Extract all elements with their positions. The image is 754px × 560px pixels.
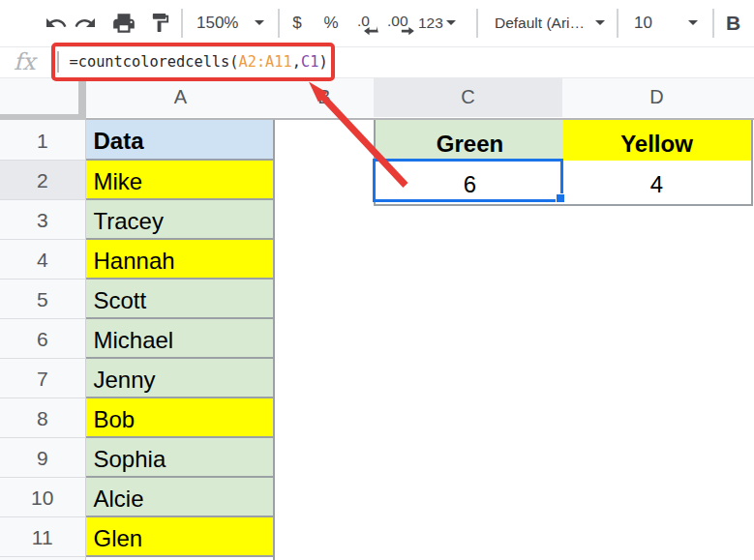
percent-label: % <box>323 14 338 33</box>
cell-a5[interactable]: Scott <box>86 280 276 319</box>
cell-a8[interactable]: Bob <box>86 398 276 438</box>
decrease-decimal-button[interactable]: .0 <box>357 0 378 45</box>
column-header-b[interactable]: B <box>275 78 375 118</box>
cell-d2[interactable]: 4 <box>562 161 753 206</box>
font-size-select[interactable]: 10 <box>634 0 652 45</box>
select-all-corner[interactable] <box>0 78 78 118</box>
cell-a6[interactable]: Michael <box>86 319 276 359</box>
row-header-9[interactable]: 9 <box>0 438 86 478</box>
more-formats-label: 123 <box>418 15 443 32</box>
more-formats-caret-icon[interactable] <box>446 20 456 25</box>
fx-icon: fx <box>14 47 35 77</box>
row-header-5[interactable]: 5 <box>0 280 86 319</box>
arrow-left-icon <box>364 26 379 36</box>
cell-a9[interactable]: Sophia <box>86 438 276 478</box>
cell-d2-text: 4 <box>650 171 663 198</box>
toolbar-divider <box>181 9 183 38</box>
row-header-1[interactable]: 1 <box>0 120 86 161</box>
column-header-c[interactable]: C <box>374 78 563 118</box>
cell-d1-text: Yellow <box>620 131 693 158</box>
cell-a3[interactable]: Tracey <box>86 200 276 240</box>
currency-label: $ <box>292 14 301 33</box>
toolbar-divider <box>712 9 714 38</box>
row-header-2[interactable]: 2 <box>0 161 86 200</box>
toolbar-divider <box>617 9 618 38</box>
font-size-value: 10 <box>634 14 652 33</box>
paint-format-icon <box>149 12 171 34</box>
arrow-right-icon <box>400 26 415 36</box>
row-header-3[interactable]: 3 <box>0 200 86 240</box>
redo-button[interactable] <box>74 0 97 45</box>
cell-c1-text: Green <box>437 131 503 158</box>
font-family-select[interactable]: Default (Ari… <box>495 0 585 45</box>
bold-label: B <box>726 12 740 35</box>
print-icon <box>111 11 136 36</box>
fill-handle[interactable] <box>556 193 565 203</box>
row-header-10[interactable]: 10 <box>0 478 86 517</box>
row-header-11[interactable]: 11 <box>0 517 86 557</box>
column-header-d[interactable]: D <box>562 78 752 118</box>
zoom-caret-icon[interactable] <box>255 20 264 25</box>
bold-button[interactable]: B <box>726 0 740 45</box>
increase-decimal-button[interactable]: .00 <box>387 0 416 45</box>
row-header-8[interactable]: 8 <box>0 398 86 438</box>
font-family-caret-icon[interactable] <box>595 20 605 25</box>
print-button[interactable] <box>111 0 136 45</box>
cell-a4[interactable]: Hannah <box>86 240 276 280</box>
redo-icon <box>74 12 97 35</box>
row-header-7[interactable]: 7 <box>0 359 86 398</box>
row-header-6[interactable]: 6 <box>0 319 86 359</box>
annotation-red-box <box>51 43 335 81</box>
cell-a2[interactable]: Mike <box>86 161 276 200</box>
selection-border <box>373 159 563 202</box>
cell-a11[interactable]: Glen <box>86 517 276 557</box>
font-size-caret-icon[interactable] <box>688 20 698 25</box>
toolbar-divider <box>278 9 280 38</box>
paint-format-button[interactable] <box>149 0 171 45</box>
cell-a1[interactable]: Data <box>86 120 276 161</box>
undo-icon <box>45 12 68 35</box>
undo-button[interactable] <box>45 0 68 45</box>
cell-a10[interactable]: Alcie <box>86 478 276 517</box>
zoom-select[interactable]: 150% <box>196 0 238 45</box>
column-header-a[interactable]: A <box>86 78 276 118</box>
google-sheets-window: 150% $ % .0 .00 123 Default (Ari… <box>0 0 754 560</box>
more-formats-button[interactable]: 123 <box>418 0 443 45</box>
cell-a7[interactable]: Jenny <box>86 359 276 398</box>
font-family-value: Default (Ari… <box>495 15 585 32</box>
toolbar: 150% $ % .0 .00 123 Default (Ari… <box>0 0 754 45</box>
row-header-4[interactable]: 4 <box>0 240 86 280</box>
format-currency-button[interactable]: $ <box>289 0 305 45</box>
zoom-value: 150% <box>196 14 238 33</box>
toolbar-divider <box>476 9 478 38</box>
cell-d1[interactable]: Yellow <box>562 120 753 166</box>
format-percent-button[interactable]: % <box>322 0 340 45</box>
